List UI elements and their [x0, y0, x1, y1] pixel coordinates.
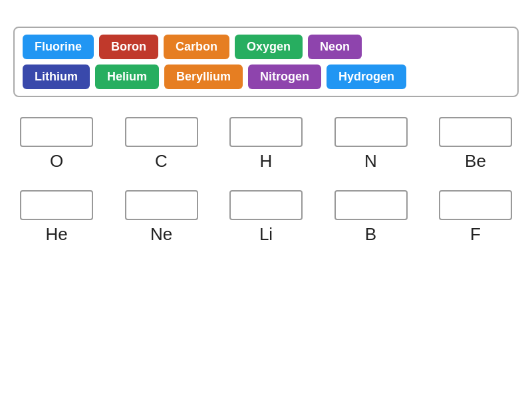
drop-item-f: F — [432, 190, 519, 245]
drop-box-n[interactable] — [334, 117, 408, 147]
drop-label-be: Be — [465, 151, 486, 172]
word-chip-fluorine[interactable]: Fluorine — [23, 35, 94, 59]
word-chip-beryllium[interactable]: Beryllium — [164, 65, 243, 89]
drop-item-li: Li — [223, 190, 309, 245]
drop-item-o: O — [13, 117, 100, 172]
word-chip-lithium[interactable]: Lithium — [23, 65, 90, 89]
drop-box-li[interactable] — [229, 190, 303, 220]
drop-box-he[interactable] — [20, 190, 93, 220]
drop-box-h[interactable] — [229, 117, 303, 147]
word-chip-oxygen[interactable]: Oxygen — [235, 35, 303, 59]
drop-box-o[interactable] — [20, 117, 93, 147]
drop-label-h: H — [260, 151, 273, 172]
drop-box-f[interactable] — [439, 190, 512, 220]
word-chip-hydrogen[interactable]: Hydrogen — [327, 65, 406, 89]
drop-row-2: HeNeLiBF — [13, 190, 519, 245]
word-chip-carbon[interactable]: Carbon — [164, 35, 229, 59]
drop-label-o: O — [50, 151, 63, 172]
word-chip-helium[interactable]: Helium — [95, 65, 159, 89]
drop-item-h: H — [223, 117, 309, 172]
drop-label-c: C — [155, 151, 168, 172]
drop-row-1: OCHNBe — [13, 117, 519, 172]
word-bank: FluorineBoronCarbonOxygenNeon LithiumHel… — [13, 27, 519, 97]
word-chip-nitrogen[interactable]: Nitrogen — [248, 65, 321, 89]
drop-item-he: He — [13, 190, 100, 245]
drop-area: OCHNBe HeNeLiBF — [13, 117, 519, 245]
drop-box-ne[interactable] — [125, 190, 198, 220]
drop-label-n: N — [364, 151, 377, 172]
drop-box-c[interactable] — [125, 117, 198, 147]
drop-label-f: F — [470, 224, 481, 245]
drop-label-li: Li — [259, 224, 273, 245]
drop-label-ne: Ne — [150, 224, 172, 245]
drop-item-n: N — [328, 117, 414, 172]
drop-item-be: Be — [432, 117, 519, 172]
main-container: FluorineBoronCarbonOxygenNeon LithiumHel… — [13, 27, 519, 245]
word-chip-neon[interactable]: Neon — [308, 35, 362, 59]
word-chip-boron[interactable]: Boron — [99, 35, 158, 59]
drop-box-b[interactable] — [334, 190, 408, 220]
drop-item-c: C — [118, 117, 205, 172]
drop-item-b: B — [328, 190, 414, 245]
drop-box-be[interactable] — [439, 117, 512, 147]
drop-label-he: He — [45, 224, 67, 245]
drop-item-ne: Ne — [118, 190, 205, 245]
drop-label-b: B — [365, 224, 376, 245]
